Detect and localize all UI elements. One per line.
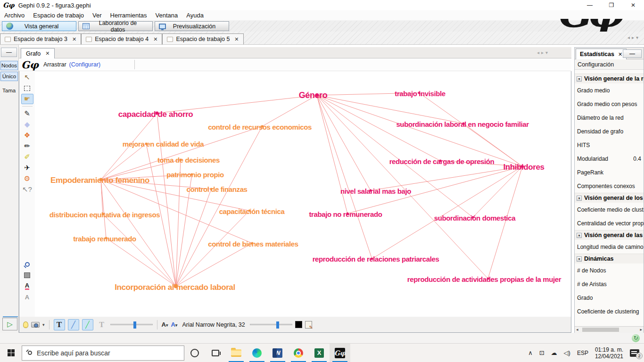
stats-item-componentes-conexos[interactable]: Componentes conexos	[575, 179, 644, 193]
stats-item-di-metro-de-la-red[interactable]: Diámetro de la red	[575, 111, 644, 124]
tab-estadisticas[interactable]: Estadísticas ✕	[576, 49, 627, 59]
timeline-play-button[interactable]: ▷	[2, 318, 17, 330]
graph-node-label[interactable]: trabajo invisible	[395, 90, 445, 98]
close-button[interactable]: ✕	[622, 0, 644, 10]
stats-item-longitud-media-de-camino[interactable]: Longitud media de camino	[575, 240, 644, 254]
menu-item-archivo[interactable]: Archivo	[0, 11, 29, 20]
edge-font-button[interactable]: A▾	[171, 321, 177, 328]
edge-weight-slider[interactable]	[110, 324, 153, 325]
label-attributes-icon[interactable]	[305, 321, 312, 329]
graph-node-label[interactable]: mejora en calidad de vida	[123, 140, 205, 148]
node-font-button[interactable]: A▾	[162, 321, 168, 328]
graph-node-label[interactable]: Empoderamiento femenino	[50, 176, 149, 185]
show-node-labels-button[interactable]: T	[54, 319, 65, 330]
label-size-tool[interactable]: A	[21, 292, 33, 302]
show-edge-labels-button[interactable]: T	[96, 319, 107, 330]
task-view-button[interactable]	[205, 344, 226, 362]
rectangle-selection-tool[interactable]	[21, 83, 33, 93]
notification-center-icon[interactable]: 2	[630, 349, 639, 357]
tab-grafo[interactable]: Grafo ✕	[21, 48, 55, 58]
statistics-horizontal-scrollbar[interactable]: ◂▸	[575, 326, 644, 333]
graph-node-label[interactable]: reproducción de relaciones patriarcales	[313, 255, 439, 263]
tab-grafo-close-icon[interactable]: ✕	[45, 50, 50, 57]
graph-node-label[interactable]: trabajo no remunerado	[309, 210, 382, 218]
restore-button[interactable]: ❐	[601, 0, 622, 10]
graph-node-label[interactable]: control de recursos economicos	[208, 123, 312, 131]
language-indicator[interactable]: ESP	[577, 350, 588, 356]
select-tool[interactable]: ↖	[21, 72, 33, 82]
workspace-tab-scroll-arrows[interactable]: ◂▸▾	[627, 35, 640, 40]
stats-item--de-aristas[interactable]: # de Aristas	[575, 277, 644, 291]
section-collapse-icon[interactable]: ▾	[577, 196, 582, 201]
edge-pencil-tool[interactable]: ✐	[21, 152, 33, 162]
volume-icon[interactable]: ◁)	[564, 349, 570, 356]
cortana-button[interactable]	[184, 344, 205, 362]
graph-node-label[interactable]: reproducción de actividades propias de l…	[407, 275, 561, 283]
workspace-tab-close-icon[interactable]: ✕	[72, 36, 76, 42]
graph-canvas[interactable]: Génerotrabajo invisiblecapacidad de ahor…	[35, 72, 570, 317]
graph-node-label[interactable]: control de bienes materiales	[208, 240, 298, 248]
graph-node-label[interactable]: subordinación domestica	[434, 214, 516, 222]
workspace-tab-3[interactable]: Espacio de trabajo 3✕	[0, 33, 81, 44]
onedrive-cloud-icon[interactable]: ☁	[551, 349, 557, 356]
workspace-tab-close-icon[interactable]: ✕	[234, 36, 239, 42]
graph-node-label[interactable]: capacidad de ahorro	[118, 110, 193, 119]
workspace-tab-4[interactable]: Espacio de trabajo 4✕	[81, 33, 162, 44]
configure-link[interactable]: (Configurar)	[69, 61, 101, 68]
tray-chevron-icon[interactable]: ∧	[528, 349, 533, 356]
section-collapse-icon[interactable]: ▾	[577, 256, 582, 262]
query-tool[interactable]: ↖?	[21, 184, 33, 195]
stats-item--de-nodos[interactable]: # de Nodos	[575, 263, 644, 277]
collapsed-panel-button-nodos[interactable]: Nodos	[0, 61, 18, 70]
menu-item-ventana[interactable]: Ventana	[151, 11, 182, 20]
clock[interactable]: 01:19 a. m. 12/04/2021	[595, 346, 623, 360]
graph-node-label[interactable]: Género	[299, 90, 328, 100]
stats-item-grado[interactable]: Grado	[575, 291, 644, 304]
statistics-minimize-button[interactable]: —	[623, 49, 642, 58]
stats-item-centralidad-de-vector-propio[interactable]: Centralidad de vector propio	[575, 216, 644, 230]
perspective-tab-vista-general[interactable]: Vista general	[2, 21, 76, 31]
tab-estadisticas-close-icon[interactable]: ✕	[618, 51, 622, 58]
menu-item-herramientas[interactable]: Herramientas	[106, 11, 151, 20]
graph-node-label[interactable]: reducción de cargas de opresión	[389, 157, 495, 165]
drag-tool[interactable]: ☛	[21, 94, 33, 104]
stats-item-grado-medio[interactable]: Grado medio	[575, 83, 644, 97]
graph-node-label[interactable]: trabajo remunerado	[73, 235, 136, 243]
stats-item-grado-medio-con-pesos[interactable]: Grado medio con pesos	[575, 97, 644, 111]
file-explorer-icon[interactable]	[226, 344, 247, 362]
pencil-tool[interactable]: ✏	[21, 141, 33, 151]
perspective-tab-laboratorio-de-datos[interactable]: Laboratorio de datos	[78, 21, 153, 31]
graph-node-label[interactable]: capacitación técnica	[219, 207, 285, 215]
screenshot-camera-icon[interactable]	[31, 322, 40, 328]
zoom-tool[interactable]	[21, 259, 33, 270]
chrome-icon[interactable]	[288, 344, 309, 362]
workspace-tab-5[interactable]: Espacio de trabajo 5✕	[162, 33, 243, 44]
show-edges-button[interactable]: ╱	[68, 319, 79, 330]
minimize-button[interactable]: —	[579, 0, 601, 10]
painter-tool[interactable]: ✎	[21, 108, 33, 119]
stats-item-hits[interactable]: HITS	[575, 138, 644, 152]
start-button[interactable]	[0, 344, 22, 362]
screenshot-dropdown-icon[interactable]: ▾	[42, 322, 45, 327]
left-panel-minimize-button[interactable]: —	[1, 48, 17, 57]
lightbulb-background-icon[interactable]	[23, 321, 28, 328]
background-color-tool[interactable]	[21, 270, 33, 280]
settings-gear-tool[interactable]: ⚙	[21, 173, 33, 184]
shortest-path-tool[interactable]: ✈	[21, 163, 33, 173]
graph-node-label[interactable]: patrimonio propio	[166, 171, 224, 179]
stats-item-coeficiente-de-clustering[interactable]: Coeficiente de clustering	[575, 304, 644, 318]
menu-item-ver[interactable]: Ver	[88, 11, 106, 20]
heater-tool[interactable]: ◆	[21, 119, 33, 130]
workspace-tab-close-icon[interactable]: ✕	[153, 36, 157, 42]
graph-node-label[interactable]: toma de decisiones	[157, 156, 220, 164]
word-icon[interactable]: W	[267, 344, 288, 362]
graph-node-label[interactable]: distribucion equitativa de ingresos	[50, 211, 160, 219]
graph-tab-scroll-arrows[interactable]: ◂▸▾	[537, 50, 550, 55]
statistics-configure-button[interactable]: Configuración	[575, 59, 644, 70]
edge-icon[interactable]	[247, 344, 267, 362]
teams-icon[interactable]: ⊡	[539, 349, 545, 356]
edge-color-mode-button[interactable]: ╱	[82, 319, 93, 330]
stats-item-pagerank[interactable]: PageRank	[575, 165, 644, 179]
graph-node-label[interactable]: Incorporación al mercado laboral	[115, 283, 235, 292]
menu-item-espacio-de-trabajo[interactable]: Espacio de trabajo	[29, 11, 88, 20]
